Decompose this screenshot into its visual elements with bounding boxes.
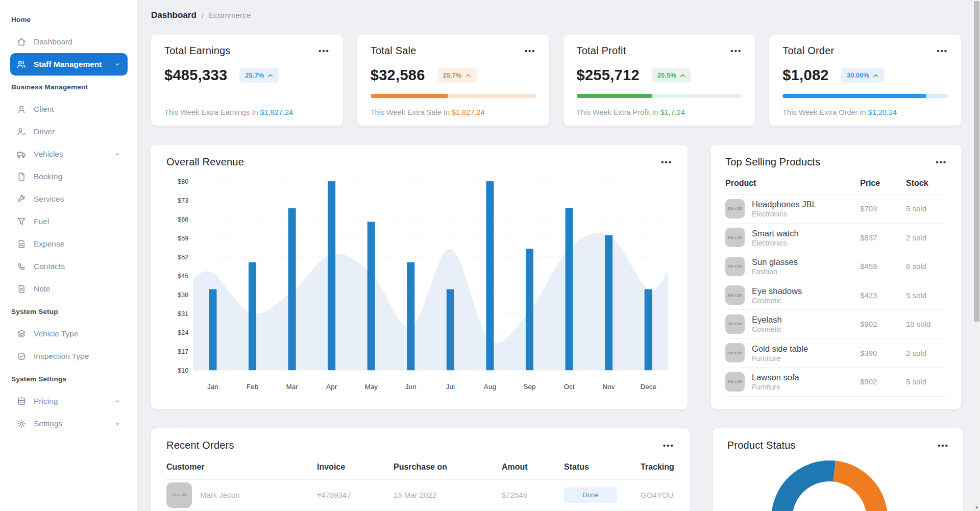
svg-text:Mar: Mar xyxy=(286,383,298,391)
more-options-button[interactable]: ••• xyxy=(730,45,742,57)
sidebar-item-driver[interactable]: Driver xyxy=(10,120,128,143)
more-options-button[interactable]: ••• xyxy=(936,156,947,168)
sidebar-item-vehicle-type[interactable]: Vehicle Type xyxy=(10,323,128,345)
products-column-product: Product xyxy=(725,179,860,188)
progress-fill xyxy=(782,94,926,98)
gear-icon xyxy=(16,419,27,429)
more-options-button[interactable]: ••• xyxy=(318,45,330,57)
sidebar-item-booking[interactable]: Booking xyxy=(10,165,128,188)
file-icon xyxy=(16,172,27,182)
product-status-card: Product Status ••• xyxy=(713,428,963,511)
product-row-headphones-jbl[interactable]: 200 x 200Headphones JBLElectronics$7035 … xyxy=(725,194,947,224)
product-category: Cosmetic xyxy=(752,325,782,333)
product-price: $902 xyxy=(860,320,906,328)
svg-text:Jul: Jul xyxy=(446,383,455,391)
product-row-smart-watch[interactable]: 200 x 200Smart watchElectronics$8372 sol… xyxy=(725,224,947,253)
trend-badge[interactable]: 25.7% xyxy=(239,68,279,83)
stat-footer-text: This Week Extra Earnings In $1,827.24 xyxy=(164,108,330,116)
sidebar-item-vehicles[interactable]: Vehicles xyxy=(10,143,128,165)
sidebar-item-fuel[interactable]: Fuel xyxy=(10,210,128,233)
sidebar-item-staff-management[interactable]: Staff Management xyxy=(10,53,128,76)
sidebar-item-inspection-type[interactable]: Inspection Type xyxy=(10,345,128,368)
sidebar-item-services[interactable]: Services xyxy=(10,188,128,210)
breadcrumb-separator: / xyxy=(202,11,204,20)
trend-badge[interactable]: 25.7% xyxy=(437,68,477,83)
order-amount: $72545 xyxy=(502,491,564,499)
product-row-eye-shadows[interactable]: 200 x 200Eye shadowsCosmetic$4235 sold xyxy=(725,281,947,310)
product-name: Sun glasses xyxy=(752,257,798,267)
stat-card-title: Total Sale xyxy=(371,45,416,57)
footer-amount: $1,20.24 xyxy=(868,108,897,116)
trend-badge[interactable]: 30.00% xyxy=(841,68,884,83)
recent-orders-title: Recent Orders xyxy=(166,440,234,451)
product-category: Furniture xyxy=(752,383,799,391)
order-row-mark-jecon[interactable]: 100 x 100Mark Jecon#478934715 Mar 2022$7… xyxy=(166,480,674,510)
more-options-button[interactable]: ••• xyxy=(661,156,672,168)
home-icon xyxy=(16,37,27,47)
product-image-placeholder: 200 x 200 xyxy=(725,343,745,362)
sidebar-item-expense[interactable]: Expense xyxy=(10,233,128,255)
orders-column-tracking: Tracking xyxy=(641,463,674,472)
product-price: $703 xyxy=(860,204,906,213)
product-name: Eyelash xyxy=(752,314,782,325)
stat-value: $1,082 xyxy=(782,67,829,84)
page-scrollbar[interactable]: ▼ xyxy=(973,0,980,511)
sidebar-item-settings[interactable]: Settings xyxy=(10,412,128,435)
sidebar-item-label: Vehicle Type xyxy=(34,329,79,338)
scroll-down-arrow[interactable]: ▼ xyxy=(973,505,980,510)
product-row-lawson-sofa[interactable]: 200 x 200Lawson sofaFurniture$9025 sold xyxy=(725,368,947,397)
breadcrumb-section: Ecommerce xyxy=(209,11,251,20)
product-row-gold-side-table[interactable]: 200 x 200Gold side tableFurniture$3902 s… xyxy=(725,339,947,368)
recent-orders-card: Recent Orders ••• CustomerInvoicePusrcha… xyxy=(151,428,690,511)
chevron-down-icon xyxy=(113,60,121,68)
sidebar-item-label: Client xyxy=(34,105,54,114)
trend-percent: 25.7% xyxy=(245,71,264,79)
product-stock: 5 sold xyxy=(906,377,947,386)
products-column-price: Price xyxy=(860,179,906,188)
products-table-body: 200 x 200Headphones JBLElectronics$7035 … xyxy=(725,194,947,397)
overall-revenue-title: Overall Revenue xyxy=(166,156,244,168)
product-row-sun-glasses[interactable]: 200 x 200Sun glassesFashion$4596 sold xyxy=(725,252,947,281)
product-stock: 6 sold xyxy=(906,262,947,271)
sidebar-item-label: Vehicles xyxy=(34,150,63,159)
order-status-badge[interactable]: Done xyxy=(564,487,617,503)
product-name: Eye shadows xyxy=(752,286,802,297)
product-price: $902 xyxy=(860,377,906,386)
phone-icon xyxy=(16,261,27,272)
svg-text:$24: $24 xyxy=(178,329,188,336)
product-status-title: Product Status xyxy=(727,440,796,451)
svg-text:$31: $31 xyxy=(178,310,188,318)
product-row-eyelash[interactable]: 200 x 200EyelashCosmetic$90210 sold xyxy=(725,310,947,339)
customer-name: Mark Jecon xyxy=(200,491,240,499)
customer-avatar-placeholder: 100 x 100 xyxy=(166,482,192,508)
trend-percent: 25.7% xyxy=(443,71,462,79)
product-name: Lawson sofa xyxy=(752,372,799,383)
order-invoice: #4789347 xyxy=(317,491,394,499)
sidebar-item-note[interactable]: Note xyxy=(10,278,128,300)
sidebar-item-client[interactable]: Client xyxy=(10,98,128,120)
sidebar-item-dashboard[interactable]: Dashboard xyxy=(10,31,128,53)
breadcrumb-current[interactable]: Dashboard xyxy=(151,10,197,20)
progress-bar xyxy=(577,94,742,98)
more-options-button[interactable]: ••• xyxy=(937,45,948,57)
product-stock: 2 sold xyxy=(906,349,947,357)
product-stock: 5 sold xyxy=(906,204,947,213)
trend-badge[interactable]: 20.5% xyxy=(652,68,691,83)
product-image-placeholder: 200 x 200 xyxy=(725,285,745,305)
wrench-icon xyxy=(16,194,27,204)
product-category: Furniture xyxy=(752,354,808,362)
scrollbar-thumb[interactable] xyxy=(974,1,979,322)
stat-card-title: Total Profit xyxy=(577,45,626,57)
chevron-down-icon xyxy=(113,397,121,405)
sidebar-item-contacts[interactable]: Contacts xyxy=(10,255,128,278)
sidebar-item-label: Dashboard xyxy=(34,37,72,46)
top-selling-products-card: Top Selling Products ••• ProductPriceSto… xyxy=(711,145,961,409)
product-stock: 10 sold xyxy=(906,320,947,328)
more-options-button[interactable]: ••• xyxy=(663,440,674,451)
sidebar-item-label: Staff Management xyxy=(34,60,102,69)
product-category: Fashion xyxy=(752,267,798,276)
more-options-button[interactable]: ••• xyxy=(938,440,949,451)
sidebar-item-pricing[interactable]: Pricing xyxy=(10,390,128,412)
more-options-button[interactable]: ••• xyxy=(525,45,536,57)
svg-text:Apr: Apr xyxy=(326,383,337,391)
